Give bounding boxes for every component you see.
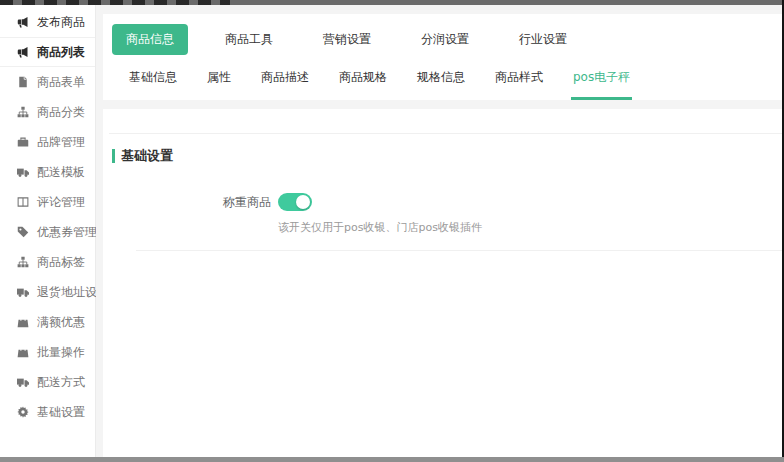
app-shell: 发布商品 商品列表 商品表单 商品分类 品牌管理 配送模板 评论管理 优惠券管理… (0, 5, 784, 457)
sidebar-item-label: 配送方式 (37, 374, 85, 391)
file-icon (17, 76, 29, 88)
truck-icon (17, 286, 29, 298)
sidebar-item[interactable]: 满额优惠 (0, 307, 95, 337)
primary-tab-row: 商品信息商品工具营销设置分润设置行业设置 (112, 24, 784, 55)
sidebar-item-label: 基础设置 (37, 404, 85, 421)
secondary-tab[interactable]: 商品样式 (493, 64, 545, 100)
tag-icon (17, 226, 29, 238)
sidebar-item-label: 发布商品 (37, 14, 85, 31)
sidebar-item-label: 品牌管理 (37, 134, 85, 151)
truck-icon (17, 166, 29, 178)
bullhorn-icon (17, 46, 29, 58)
sidebar-gutter (96, 5, 103, 457)
secondary-tab[interactable]: 属性 (205, 64, 233, 100)
sidebar-item[interactable]: 发布商品 (0, 7, 95, 37)
sidebar-item-label: 优惠券管理 (37, 224, 97, 241)
primary-tab[interactable]: 分润设置 (408, 24, 482, 55)
clipped-text-remnants (0, 0, 230, 5)
window-top-bar (0, 0, 784, 5)
primary-tab[interactable]: 商品工具 (212, 24, 286, 55)
sidebar-item-label: 评论管理 (37, 194, 85, 211)
weighing-goods-toggle[interactable] (278, 193, 312, 211)
tabs-card: 商品信息商品工具营销设置分润设置行业设置 基础信息属性商品描述商品规格规格信息商… (103, 14, 784, 100)
secondary-tab[interactable]: 商品规格 (337, 64, 389, 100)
secondary-tab[interactable]: 规格信息 (415, 64, 467, 100)
sidebar-item-label: 商品标签 (37, 254, 85, 271)
window-bottom-bar (0, 457, 784, 462)
toggle-help-text: 该开关仅用于pos收银、门店pos收银插件 (278, 220, 482, 235)
section-accent-bar (112, 149, 115, 163)
sitemap-icon (17, 256, 29, 268)
sidebar-item[interactable]: 退货地址设置 (0, 277, 95, 307)
truck-icon (17, 376, 29, 388)
card-separator-band (103, 100, 784, 109)
primary-tab[interactable]: 行业设置 (506, 24, 580, 55)
primary-tab[interactable]: 商品信息 (112, 24, 188, 55)
sidebar-item-label: 满额优惠 (37, 314, 85, 331)
columns-icon (17, 196, 29, 208)
form-divider (136, 250, 784, 251)
sidebar-item[interactable]: 商品标签 (0, 247, 95, 277)
sidebar-item-label: 配送模板 (37, 164, 85, 181)
bag-icon (17, 316, 29, 328)
content-card: 基础设置 称重商品 该开关仅用于pos收银、门店pos收银插件 (103, 109, 784, 457)
sidebar-item[interactable]: 评论管理 (0, 187, 95, 217)
sidebar-item[interactable]: 商品分类 (0, 97, 95, 127)
content-top-divider (109, 133, 784, 134)
sidebar-item[interactable]: 优惠券管理 (0, 217, 95, 247)
sidebar-item[interactable]: 配送模板 (0, 157, 95, 187)
sidebar-item-label: 商品列表 (37, 44, 85, 61)
sidebar-item[interactable]: 商品列表 (0, 37, 95, 67)
weighing-goods-control: 该开关仅用于pos收银、门店pos收银插件 (278, 193, 482, 235)
toggle-knob (296, 195, 310, 209)
weighing-goods-row: 称重商品 该开关仅用于pos收银、门店pos收银插件 (103, 193, 784, 235)
sidebar-item[interactable]: 配送方式 (0, 367, 95, 397)
sidebar-item[interactable]: 商品表单 (0, 67, 95, 97)
main-area: 商品信息商品工具营销设置分润设置行业设置 基础信息属性商品描述商品规格规格信息商… (103, 5, 784, 457)
sidebar-item[interactable]: 基础设置 (0, 397, 95, 427)
gear-icon (17, 406, 29, 418)
secondary-tab[interactable]: 基础信息 (127, 64, 179, 100)
section-title: 基础设置 (121, 147, 173, 165)
sidebar-item-label: 商品分类 (37, 104, 85, 121)
secondary-tab[interactable]: 商品描述 (259, 64, 311, 100)
sidebar-item[interactable]: 品牌管理 (0, 127, 95, 157)
sidebar-item-label: 商品表单 (37, 74, 85, 91)
sidebar-menu: 发布商品 商品列表 商品表单 商品分类 品牌管理 配送模板 评论管理 优惠券管理… (0, 5, 96, 457)
sidebar-item[interactable]: 批量操作 (0, 337, 95, 367)
sidebar-item-label: 批量操作 (37, 344, 85, 361)
briefcase-icon (17, 136, 29, 148)
secondary-tab-row: 基础信息属性商品描述商品规格规格信息商品样式pos电子秤 (112, 64, 784, 100)
section-header: 基础设置 (112, 147, 784, 165)
primary-tab[interactable]: 营销设置 (310, 24, 384, 55)
sitemap-icon (17, 106, 29, 118)
secondary-tab[interactable]: pos电子秤 (571, 64, 632, 100)
weighing-goods-label: 称重商品 (103, 193, 271, 235)
bag-icon (17, 346, 29, 358)
bullhorn-icon (17, 16, 29, 28)
